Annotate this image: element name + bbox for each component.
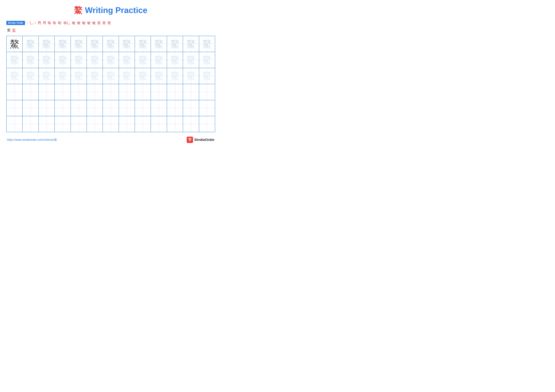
stroke-step-2: ⺃ xyxy=(29,21,33,25)
grid-cell-r5c7[interactable] xyxy=(103,100,119,116)
grid-cell-r5c12[interactable] xyxy=(183,100,199,116)
grid-cell-r5c13[interactable] xyxy=(199,100,215,116)
stroke-step-9: 毎⺃ xyxy=(63,21,70,25)
grid-cell-r1c1: 鰲 xyxy=(7,36,22,52)
grid-cell-r4c10[interactable] xyxy=(151,84,167,100)
grid-cell-r6c8[interactable] xyxy=(119,116,135,132)
grid-cell-r6c11[interactable] xyxy=(167,116,183,132)
grid-cell-r1c13: 鰲 xyxy=(199,36,215,52)
stroke-step-12: 敏 xyxy=(82,21,86,25)
grid-cell-r3c9: 鰲 xyxy=(135,68,151,84)
grid-cell-r3c3: 鰲 xyxy=(39,68,55,84)
practice-grid: 鰲 鰲 鰲 鰲 鰲 鰲 鰲 鰲 鰲 鰲 鰲 鰲 鰲 鰲 鰲 鰲 鰲 xyxy=(6,36,215,132)
grid-cell-r5c8[interactable] xyxy=(119,100,135,116)
grid-cell-r5c5[interactable] xyxy=(71,100,87,116)
grid-cell-r4c9[interactable] xyxy=(135,84,151,100)
grid-cell-r4c7[interactable] xyxy=(103,84,119,100)
grid-cell-r5c2[interactable] xyxy=(22,100,38,116)
grid-cell-r5c11[interactable] xyxy=(167,100,183,116)
grid-cell-r5c10[interactable] xyxy=(151,100,167,116)
practice-char-dark: 鰲 xyxy=(10,39,19,49)
title-char: 鰲 xyxy=(74,6,82,15)
grid-cell-r1c2: 鰲 xyxy=(22,36,38,52)
grid-cell-r1c10: 鰲 xyxy=(151,36,167,52)
stroke-step-1: ' xyxy=(27,21,28,25)
footer-logo-text: StrokeOrder xyxy=(194,138,215,142)
grid-cell-r3c6: 鰲 xyxy=(87,68,103,84)
grid-cell-r6c7[interactable] xyxy=(103,116,119,132)
stroke-step-16: 鰲 xyxy=(102,21,106,25)
grid-cell-r4c6[interactable] xyxy=(87,84,103,100)
grid-cell-r1c12: 鰲 xyxy=(183,36,199,52)
stroke-step-18: 鰲 xyxy=(7,28,11,33)
footer-url[interactable]: https://www.strokeorder.com/chinese/鰲 xyxy=(7,138,57,142)
grid-cell-r3c8: 鰲 xyxy=(119,68,135,84)
grid-cell-r6c4[interactable] xyxy=(55,116,71,132)
grid-cell-r1c3: 鰲 xyxy=(39,36,55,52)
footer-logo-icon: 字 xyxy=(187,137,193,143)
title-text: Writing Practice xyxy=(85,6,147,15)
grid-cell-r3c10: 鰲 xyxy=(151,68,167,84)
grid-cell-r4c3[interactable] xyxy=(39,84,55,100)
grid-cell-r6c13[interactable] xyxy=(199,116,215,132)
stroke-step-15: 鰲 xyxy=(97,21,101,25)
grid-cell-r2c9: 鰲 xyxy=(135,52,151,68)
stroke-step-3: 𠃋 xyxy=(35,21,36,25)
grid-cell-r1c8: 鰲 xyxy=(119,36,135,52)
grid-cell-r6c6[interactable] xyxy=(87,116,103,132)
grid-cell-r1c9: 鰲 xyxy=(135,36,151,52)
grid-cell-r4c2[interactable] xyxy=(22,84,38,100)
grid-cell-r4c5[interactable] xyxy=(71,84,87,100)
footer-logo: 字 StrokeOrder xyxy=(187,137,215,143)
grid-cell-r1c11: 鰲 xyxy=(167,36,183,52)
stroke-step-5: 㐆 xyxy=(43,21,46,25)
grid-cell-r2c3: 鰲 xyxy=(39,52,55,68)
grid-cell-r3c5: 鰲 xyxy=(71,68,87,84)
grid-cell-r3c11: 鰲 xyxy=(167,68,183,84)
grid-cell-r1c7: 鰲 xyxy=(103,36,119,52)
grid-cell-r2c11: 鰲 xyxy=(167,52,183,68)
stroke-step-6: 毎 xyxy=(48,21,51,25)
stroke-step-7: 毎 xyxy=(53,21,56,25)
grid-cell-r2c4: 鰲 xyxy=(55,52,71,68)
grid-cell-r4c8[interactable] xyxy=(119,84,135,100)
stroke-step-19: 鰲 xyxy=(12,28,16,33)
grid-cell-r1c5: 鰲 xyxy=(71,36,87,52)
grid-cell-r4c11[interactable] xyxy=(167,84,183,100)
grid-cell-r2c5: 鰲 xyxy=(71,52,87,68)
grid-cell-r2c7: 鰲 xyxy=(103,52,119,68)
stroke-step-4: 㐆 xyxy=(37,21,41,25)
grid-cell-r6c5[interactable] xyxy=(71,116,87,132)
grid-cell-r2c8: 鰲 xyxy=(119,52,135,68)
grid-cell-r2c10: 鰲 xyxy=(151,52,167,68)
grid-cell-r1c4: 鰲 xyxy=(55,36,71,52)
title-section: 鰲 Writing Practice xyxy=(6,5,215,16)
grid-cell-r6c10[interactable] xyxy=(151,116,167,132)
grid-cell-r5c4[interactable] xyxy=(55,100,71,116)
stroke-step-14: 敏 xyxy=(92,21,96,25)
grid-cell-r6c3[interactable] xyxy=(39,116,55,132)
grid-cell-r4c12[interactable] xyxy=(183,84,199,100)
grid-cell-r3c2: 鰲 xyxy=(22,68,38,84)
footer: https://www.strokeorder.com/chinese/鰲 字 … xyxy=(6,137,215,143)
grid-cell-r6c2[interactable] xyxy=(22,116,38,132)
grid-cell-r6c12[interactable] xyxy=(183,116,199,132)
stroke-step-11: 敏 xyxy=(77,21,80,25)
grid-cell-r2c6: 鰲 xyxy=(87,52,103,68)
grid-cell-r2c12: 鰲 xyxy=(183,52,199,68)
grid-cell-r4c4[interactable] xyxy=(55,84,71,100)
grid-cell-r4c13[interactable] xyxy=(199,84,215,100)
grid-cell-r3c1: 鰲 xyxy=(7,68,22,84)
grid-cell-r5c1[interactable] xyxy=(7,100,22,116)
grid-cell-r2c2: 鰲 xyxy=(22,52,38,68)
grid-cell-r5c9[interactable] xyxy=(135,100,151,116)
practice-char-light: 鰲 xyxy=(26,39,35,49)
grid-cell-r5c6[interactable] xyxy=(87,100,103,116)
grid-cell-r6c1[interactable] xyxy=(7,116,22,132)
grid-cell-r5c3[interactable] xyxy=(39,100,55,116)
grid-cell-r4c1[interactable] xyxy=(7,84,22,100)
grid-cell-r3c12: 鰲 xyxy=(183,68,199,84)
grid-cell-r6c9[interactable] xyxy=(135,116,151,132)
stroke-order-row1: Stroke Order ' ⺃ 𠃋 㐆 㐆 毎 毎 毎' 毎⺃ 敏 敏 敏 敏… xyxy=(6,20,215,26)
grid-cell-r3c13: 鰲 xyxy=(199,68,215,84)
